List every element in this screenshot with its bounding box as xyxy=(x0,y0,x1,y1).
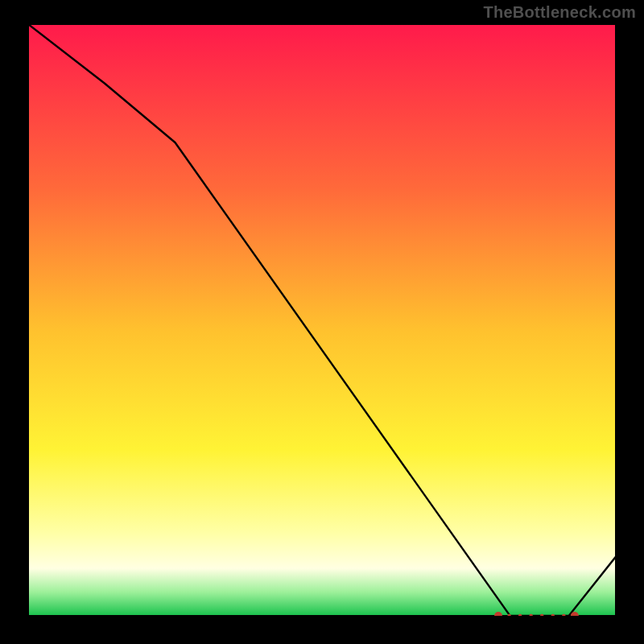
chart-stage: TheBottleneck.com xyxy=(0,0,644,644)
attribution-watermark: TheBottleneck.com xyxy=(483,3,636,22)
plot-frame xyxy=(28,24,616,616)
chart-svg xyxy=(28,24,616,616)
gradient-background xyxy=(28,24,616,616)
